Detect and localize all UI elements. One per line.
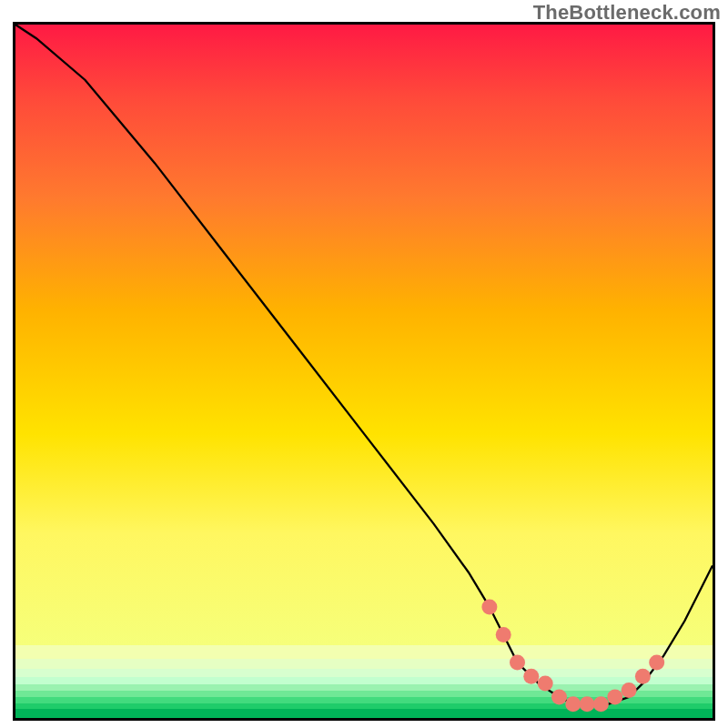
highlight-marker [481, 600, 497, 615]
highlight-marker [649, 655, 664, 671]
highlight-marker [510, 655, 525, 671]
plot-area [15, 25, 713, 718]
highlight-marker [538, 675, 553, 691]
bottleneck-curve [15, 25, 713, 704]
highlight-marker [580, 696, 595, 712]
chart-container: TheBottleneck.com [0, 0, 728, 728]
highlight-marker [523, 669, 539, 684]
highlight-marker [496, 627, 511, 642]
highlight-marker [551, 690, 567, 705]
highlight-marker [565, 696, 581, 712]
plot-frame [13, 22, 715, 721]
curve-layer [15, 25, 713, 718]
highlight-marker [593, 696, 609, 712]
highlight-marker [607, 690, 622, 705]
highlight-marker [635, 669, 651, 684]
highlight-marker [622, 682, 637, 698]
